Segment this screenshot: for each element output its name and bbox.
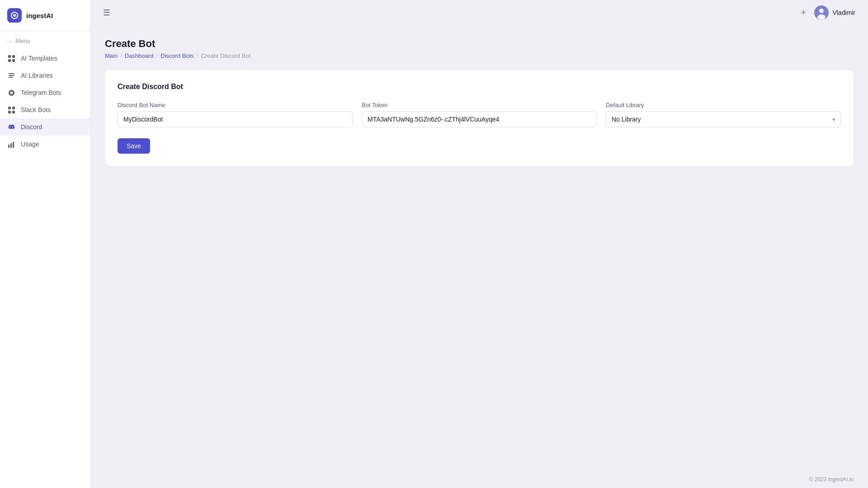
svg-rect-8 [9, 77, 13, 78]
sidebar-menu-header: ··· Menu [0, 31, 90, 48]
svg-rect-5 [12, 59, 15, 62]
page-title: Create Bot [105, 38, 854, 50]
main-content: ☰ ☀ Vladimir Create Bot Main / Dashboard [90, 0, 868, 488]
usage-icon [7, 140, 15, 148]
bot-token-group: Bot Token [362, 102, 597, 127]
sidebar-item-telegram-bots[interactable]: Telegram Bots [0, 84, 90, 101]
app-name: ingestAI [26, 12, 53, 19]
bot-name-input[interactable] [118, 111, 353, 127]
svg-rect-7 [9, 75, 14, 76]
svg-rect-16 [10, 143, 12, 148]
svg-rect-14 [12, 111, 15, 113]
default-library-select[interactable]: No Library [606, 111, 841, 127]
sidebar: ingestAI ··· Menu AI Templates [0, 0, 90, 488]
page-content: Create Bot Main / Dashboard / Discord Bo… [90, 25, 868, 471]
sidebar-item-slack-bots-label: Slack Bots [21, 106, 51, 113]
sidebar-item-discord-label: Discord [21, 123, 42, 131]
breadcrumb-sep-2: / [156, 52, 158, 59]
sidebar-item-usage-label: Usage [21, 141, 39, 148]
username: Vladimir [832, 9, 855, 16]
svg-point-19 [819, 9, 824, 13]
sidebar-logo[interactable]: ingestAI [0, 0, 90, 31]
breadcrumb-dashboard[interactable]: Dashboard [125, 52, 154, 59]
svg-rect-12 [12, 107, 15, 109]
topbar: ☰ ☀ Vladimir [90, 0, 868, 25]
sidebar-nav: AI Templates AI Libraries Telegram Bots [0, 48, 90, 488]
sidebar-item-slack-bots[interactable]: Slack Bots [0, 101, 90, 118]
default-library-label: Default Library [606, 102, 841, 108]
user-info[interactable]: Vladimir [814, 5, 855, 20]
svg-rect-13 [8, 111, 11, 113]
bot-token-label: Bot Token [362, 102, 597, 108]
default-library-group: Default Library No Library ▾ [606, 102, 841, 127]
form-row: Discord Bot Name Bot Token Default Libra… [118, 102, 841, 127]
default-library-select-wrapper: No Library ▾ [606, 111, 841, 127]
sidebar-item-ai-libraries[interactable]: AI Libraries [0, 67, 90, 84]
svg-rect-6 [9, 73, 14, 74]
ai-templates-icon [7, 54, 15, 62]
bot-name-group: Discord Bot Name [118, 102, 353, 127]
card-title: Create Discord Bot [118, 83, 841, 91]
telegram-bots-icon [7, 89, 15, 97]
svg-rect-4 [8, 59, 11, 62]
save-button[interactable]: Save [118, 138, 150, 154]
sidebar-item-ai-templates[interactable]: AI Templates [0, 50, 90, 67]
sidebar-item-ai-libraries-label: AI Libraries [21, 72, 53, 79]
logo-icon [7, 8, 22, 23]
sidebar-item-ai-templates-label: AI Templates [21, 55, 57, 62]
svg-point-10 [10, 91, 13, 94]
menu-label: Menu [15, 38, 30, 44]
svg-point-20 [817, 14, 826, 20]
avatar [814, 5, 829, 20]
svg-rect-11 [8, 107, 11, 109]
footer-text: © 2023 ingestAI.io [809, 476, 854, 483]
breadcrumb-current: Create Discord Bot [201, 52, 250, 59]
discord-icon [7, 123, 15, 131]
svg-rect-2 [8, 55, 11, 58]
svg-rect-15 [8, 145, 9, 148]
breadcrumb-discord-bots[interactable]: Discord Bots [160, 52, 194, 59]
breadcrumb-main[interactable]: Main [105, 52, 118, 59]
breadcrumb-sep-3: / [197, 52, 198, 59]
breadcrumb: Main / Dashboard / Discord Bots / Create… [105, 52, 854, 59]
svg-rect-17 [13, 142, 14, 148]
sidebar-item-discord[interactable]: Discord [0, 118, 90, 136]
bot-name-label: Discord Bot Name [118, 102, 353, 108]
slack-bots-icon [7, 106, 15, 114]
topbar-left: ☰ [103, 8, 110, 18]
breadcrumb-sep-1: / [120, 52, 122, 59]
svg-rect-3 [12, 55, 15, 58]
svg-point-1 [13, 14, 16, 17]
sidebar-item-telegram-bots-label: Telegram Bots [21, 89, 61, 96]
bot-token-input[interactable] [362, 111, 597, 127]
theme-toggle-icon[interactable]: ☀ [800, 8, 807, 18]
ai-libraries-icon [7, 71, 15, 80]
create-discord-bot-card: Create Discord Bot Discord Bot Name Bot … [105, 70, 854, 166]
menu-toggle-icon[interactable]: ☰ [103, 8, 110, 18]
sidebar-item-usage[interactable]: Usage [0, 136, 90, 153]
topbar-right: ☀ Vladimir [800, 5, 855, 20]
footer: © 2023 ingestAI.io [90, 471, 868, 488]
menu-dots-icon: ··· [7, 38, 12, 44]
